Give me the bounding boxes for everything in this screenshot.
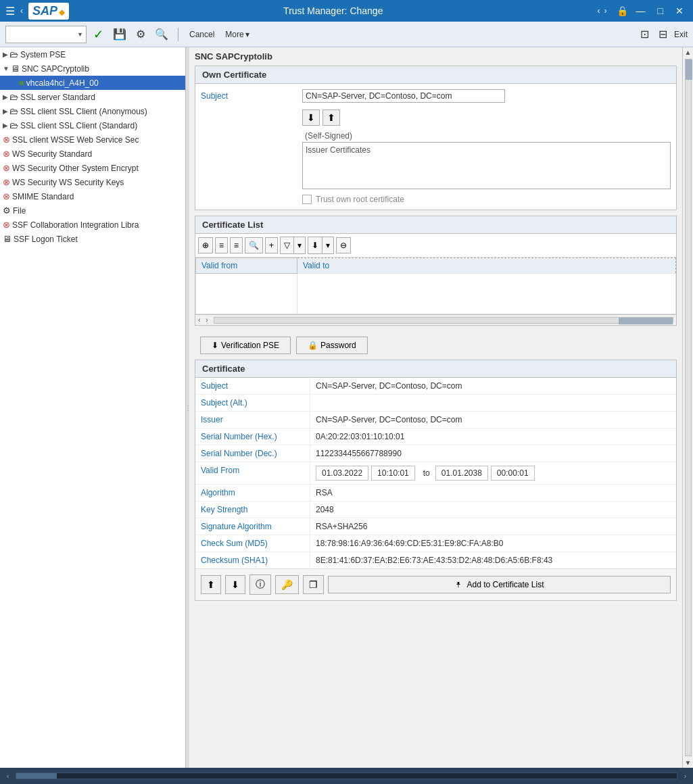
sidebar-item-file[interactable]: ⚙ File [0,203,185,218]
more-button[interactable]: More ▾ [222,28,252,41]
certificate-section-title: Certificate [195,360,676,378]
snc-section-header: SNC SAPCryptolib Own Certificate Subject… [189,47,682,609]
cert-copy-button[interactable]: ❐ [303,575,324,594]
scroll-down-button[interactable]: ▼ [684,758,693,768]
sidebar-item-ssl-wsse[interactable]: ⊗ SSL client WSSE Web Service Sec [0,132,185,147]
filter-button[interactable]: ▽ [281,237,294,253]
cert-serial-dec-label: Serial Number (Dec.) [195,445,310,462]
file-icon-vhcala4hci: ■ [19,78,24,88]
cert-algorithm-row: Algorithm RSA [195,485,676,501]
vertical-scrollbar[interactable]: ▲ ▼ [682,47,693,768]
screen-mode-btn2[interactable]: ⊟ [656,26,670,42]
list-remove-button[interactable]: ⊖ [336,237,351,253]
cert-info-button[interactable]: ⓘ [249,574,271,595]
list-search-button[interactable]: 🔍 [245,237,263,253]
cert-valid-from-label: Valid From [195,462,310,484]
filter-button-group: ▽ ▾ [280,237,306,254]
scroll-right-arrow[interactable]: › [203,316,210,324]
folder-icon-ssl-server: 🗁 [9,92,18,102]
empty-cell-1 [196,274,297,314]
sidebar-label-ws-keys: WS Security WS Security Keys [12,178,124,187]
screen-mode-btn1[interactable]: ⊡ [638,26,652,42]
title-bar: ☰ ‹ SAP◆ Trust Manager: Change ‹ › 🔒 — □… [0,0,693,22]
sidebar-item-smime[interactable]: ⊗ SMIME Standard [0,189,185,203]
sidebar: ▶ 🗁 System PSE ▼ 🖥 SNC SAPCryptolib ■ vh… [0,47,186,768]
cert-checksum-md5-row: Check Sum (MD5) 18:78:98:16:A9:36:64:69:… [195,535,676,552]
upload-cert-button[interactable]: ⬆ [322,109,340,126]
sidebar-item-system-pse[interactable]: ▶ 🗁 System PSE [0,47,185,62]
maximize-button[interactable]: □ [654,4,667,18]
snc-section-title: SNC SAPCryptolib [195,51,677,62]
hamburger-icon[interactable]: ☰ [5,5,15,18]
sidebar-item-ws-other[interactable]: ⊗ WS Security Other System Encrypt [0,161,185,175]
filter-arrow-button[interactable]: ▾ [294,237,305,253]
close-button[interactable]: ✕ [671,4,688,18]
download-arrow-button[interactable]: ▾ [322,237,333,253]
sidebar-item-snc[interactable]: ▼ 🖥 SNC SAPCryptolib [0,62,185,76]
cert-key-strength-label: Key Strength [195,501,310,518]
table-horizontal-scrollbar[interactable]: ‹ › [195,314,676,325]
nav-dropdown-wrapper [5,26,87,43]
cert-algorithm-value: RSA [310,485,676,501]
cert-download-button[interactable]: ⬇ [225,575,245,594]
add-to-certificate-list-button[interactable]: 🖈 Add to Certificate List [328,576,671,593]
cert-issuer-label: Issuer [195,412,310,428]
more-label: More [225,30,243,39]
nav-dropdown[interactable] [5,26,87,43]
save-button[interactable]: 💾 [110,26,129,42]
sidebar-label-ws-other: WS Security Other System Encrypt [12,164,139,173]
folder-icon-system-pse: 🗁 [9,49,18,59]
zoom-button[interactable]: ⊕ [198,237,213,253]
folder-icon-ssl-client-std: 🗁 [9,120,18,130]
own-certificate-content: Subject CN=SAP-Server, DC=Contoso, DC=co… [195,84,676,210]
status-scroll-left[interactable]: ‹ [5,771,10,781]
trust-checkbox[interactable] [302,195,312,204]
cert-valid-from-row: Valid From 01.03.2022 10:10:01 to 01.01.… [195,462,676,485]
cancel-button[interactable]: Cancel [185,28,218,41]
sidebar-label-smime: SMIME Standard [12,192,74,201]
sidebar-item-ssl-server[interactable]: ▶ 🗁 SSL server Standard [0,90,185,104]
back-button[interactable]: ‹ [20,6,23,16]
scroll-track [214,317,673,324]
sidebar-item-ssf-collab[interactable]: ⊗ SSF Collaboration Integration Libra [0,218,185,232]
password-button[interactable]: 🔒 Password [296,337,368,354]
sidebar-label-vhcala4hci: vhcala4hci_A4H_00 [26,78,99,88]
search-button[interactable]: 🔍 [152,26,171,42]
verification-pse-button[interactable]: ⬇ Verification PSE [200,337,291,354]
list-download-button[interactable]: ⬇ [308,237,322,253]
next-page-icon[interactable]: › [604,6,607,16]
settings-button[interactable]: ⚙ [133,26,148,42]
prev-page-icon[interactable]: ‹ [598,6,600,16]
sidebar-item-ssl-client-anon[interactable]: ▶ 🗁 SSL client SSL Client (Anonymous) [0,104,185,118]
status-scrollbar[interactable] [16,773,677,779]
exit-button[interactable]: Exit [674,30,688,39]
scroll-left-arrow[interactable]: ‹ [195,316,203,324]
sidebar-item-ssl-client-std[interactable]: ▶ 🗁 SSL client SSL Client (Standard) [0,118,185,132]
x-icon-ssf-collab: ⊗ [3,220,10,230]
status-bar: ‹ › [0,768,693,784]
content-main: SNC SAPCryptolib Own Certificate Subject… [189,47,682,768]
gear-icon-file: ⚙ [3,205,11,216]
sidebar-item-ws-std[interactable]: ⊗ WS Security Standard [0,147,185,161]
status-scroll-right[interactable]: › [683,771,688,781]
trust-label: Trust own root certificate [316,195,404,204]
certificate-list-title: Certificate List [195,216,676,234]
minimize-button[interactable]: — [632,4,650,18]
cert-serial-dec-value: 1122334455667788990 [310,445,676,462]
confirm-button[interactable]: ✓ [91,26,106,43]
cert-upload-button[interactable]: ⬆ [201,575,221,594]
align-left-button[interactable]: ≡ [215,237,228,253]
list-add-button[interactable]: + [265,237,278,253]
cert-key-strength-value: 2048 [310,501,676,518]
sidebar-item-vhcala4hci[interactable]: ■ vhcala4hci_A4H_00 [0,76,185,90]
sidebar-item-ws-keys[interactable]: ⊗ WS Security WS Security Keys [0,175,185,189]
cert-serial-hex-value: 0A:20:22:03:01:10:10:01 [310,428,676,445]
sidebar-label-ssl-server: SSL server Standard [20,93,95,102]
cert-key-button[interactable]: 🔑 [275,575,299,594]
download-cert-button[interactable]: ⬇ [302,109,320,126]
cert-valid-to-date: 01.01.2038 [435,466,488,481]
sidebar-item-ssf-logon[interactable]: 🖥 SSF Logon Ticket [0,232,185,246]
align-center-button[interactable]: ≡ [230,237,243,253]
scroll-up-button[interactable]: ▲ [684,47,693,57]
cert-checksum-sha1-row: Checksum (SHA1) 8E:81:41:6D:37:EA:B2:E6:… [195,552,676,568]
